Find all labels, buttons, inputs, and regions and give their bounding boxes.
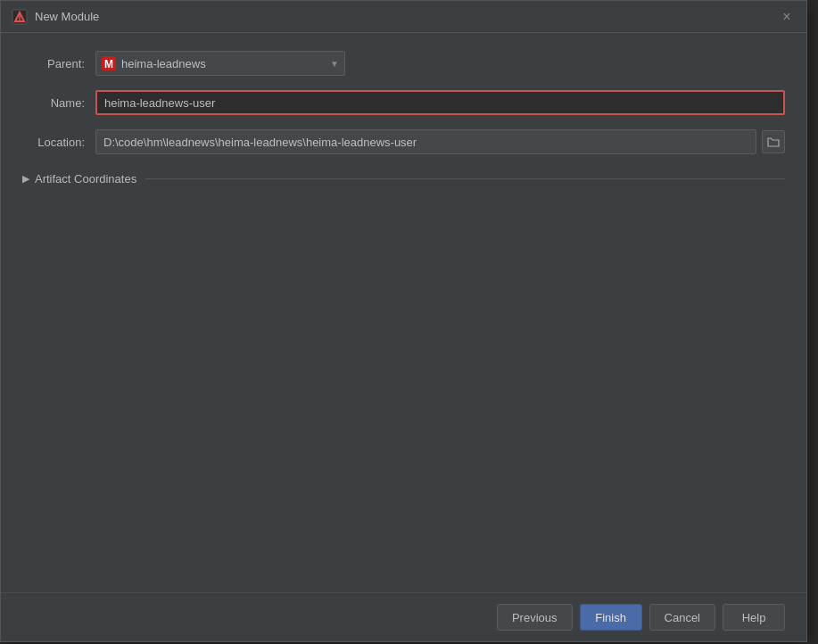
help-button[interactable]: Help bbox=[723, 604, 785, 631]
dialog-body: Parent: M heima-leadnews ▼ Name: bbox=[1, 33, 806, 592]
name-row: Name: bbox=[22, 90, 785, 115]
location-browse-button[interactable] bbox=[762, 130, 785, 153]
dialog-title: New Module bbox=[35, 10, 99, 23]
module-icon bbox=[12, 9, 28, 25]
parent-label: Parent: bbox=[22, 57, 85, 70]
name-control-wrap bbox=[95, 90, 785, 115]
parent-row: Parent: M heima-leadnews ▼ bbox=[22, 51, 785, 76]
artifact-coordinates-label: Artifact Coordinates bbox=[35, 172, 136, 186]
finish-button[interactable]: Finish bbox=[580, 604, 642, 631]
artifact-chevron-icon: ▶ bbox=[22, 173, 29, 185]
parent-control-wrap: M heima-leadnews ▼ bbox=[95, 51, 785, 76]
dialog-spacer bbox=[22, 203, 785, 574]
name-label: Name: bbox=[22, 96, 85, 110]
location-input[interactable] bbox=[95, 129, 756, 154]
location-row: Location: bbox=[22, 129, 785, 154]
dropdown-arrow-icon: ▼ bbox=[330, 59, 339, 69]
parent-dropdown[interactable]: M heima-leadnews ▼ bbox=[95, 51, 345, 76]
dialog-titlebar: New Module × bbox=[1, 1, 806, 33]
location-label: Location: bbox=[22, 136, 85, 149]
maven-icon: M bbox=[102, 56, 116, 70]
dialog-footer: Previous Finish Cancel Help bbox=[1, 592, 806, 641]
new-module-dialog: New Module × Parent: M heima-leadnews ▼ bbox=[0, 0, 807, 642]
dialog-close-button[interactable]: × bbox=[778, 8, 796, 26]
parent-dropdown-text: heima-leadnews bbox=[121, 57, 325, 70]
name-input[interactable] bbox=[95, 90, 785, 115]
folder-icon bbox=[767, 136, 780, 147]
cancel-button[interactable]: Cancel bbox=[649, 604, 715, 631]
artifact-coordinates-section[interactable]: ▶ Artifact Coordinates bbox=[22, 169, 785, 189]
artifact-divider bbox=[145, 178, 785, 179]
dialog-title-left: New Module bbox=[12, 9, 99, 25]
svg-text:M: M bbox=[104, 58, 113, 70]
location-control-wrap bbox=[95, 129, 785, 154]
previous-button[interactable]: Previous bbox=[497, 604, 573, 631]
